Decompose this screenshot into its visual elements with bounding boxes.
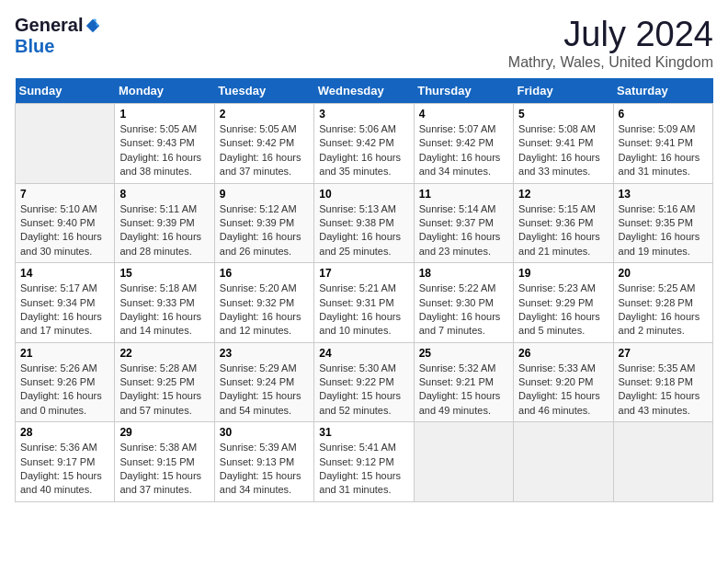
- header-wednesday: Wednesday: [314, 78, 414, 104]
- day-number: 22: [119, 347, 209, 360]
- logo-icon: [85, 17, 101, 34]
- cell-info: Sunrise: 5:09 AM Sunset: 9:41 PM Dayligh…: [619, 122, 708, 179]
- calendar-header: SundayMondayTuesdayWednesdayThursdayFrid…: [16, 78, 713, 104]
- main-title: July 2024: [508, 15, 713, 54]
- day-cell: 25Sunrise: 5:32 AM Sunset: 9:21 PM Dayli…: [414, 342, 513, 422]
- day-number: 23: [220, 347, 309, 360]
- header-tuesday: Tuesday: [214, 78, 313, 104]
- cell-info: Sunrise: 5:12 AM Sunset: 9:39 PM Dayligh…: [220, 202, 309, 259]
- day-number: 20: [619, 267, 708, 280]
- cell-info: Sunrise: 5:21 AM Sunset: 9:31 PM Dayligh…: [319, 282, 408, 339]
- cell-info: Sunrise: 5:08 AM Sunset: 9:41 PM Dayligh…: [518, 122, 608, 179]
- cell-info: Sunrise: 5:23 AM Sunset: 9:29 PM Dayligh…: [518, 282, 608, 339]
- day-cell: 29Sunrise: 5:38 AM Sunset: 9:15 PM Dayli…: [115, 422, 214, 502]
- week-row-3: 21Sunrise: 5:26 AM Sunset: 9:26 PM Dayli…: [16, 342, 713, 422]
- header-thursday: Thursday: [414, 78, 513, 104]
- cell-info: Sunrise: 5:06 AM Sunset: 9:42 PM Dayligh…: [319, 122, 408, 179]
- day-number: 30: [220, 426, 309, 439]
- header-sunday: Sunday: [16, 78, 115, 104]
- calendar-body: 1Sunrise: 5:05 AM Sunset: 9:43 PM Daylig…: [16, 104, 713, 502]
- day-cell: 8Sunrise: 5:11 AM Sunset: 9:39 PM Daylig…: [115, 183, 214, 263]
- day-number: 12: [518, 188, 608, 201]
- day-number: 2: [220, 108, 309, 121]
- day-number: 4: [419, 108, 508, 121]
- day-number: 18: [419, 267, 508, 280]
- cell-info: Sunrise: 5:15 AM Sunset: 9:36 PM Dayligh…: [518, 202, 608, 259]
- day-cell: 5Sunrise: 5:08 AM Sunset: 9:41 PM Daylig…: [514, 104, 613, 184]
- day-cell: 11Sunrise: 5:14 AM Sunset: 9:37 PM Dayli…: [414, 183, 513, 263]
- day-number: 27: [619, 347, 708, 360]
- day-cell: 26Sunrise: 5:33 AM Sunset: 9:20 PM Dayli…: [514, 342, 613, 422]
- day-cell: 9Sunrise: 5:12 AM Sunset: 9:39 PM Daylig…: [214, 183, 313, 263]
- day-cell: 17Sunrise: 5:21 AM Sunset: 9:31 PM Dayli…: [314, 263, 414, 343]
- day-number: 29: [119, 426, 209, 439]
- cell-info: Sunrise: 5:38 AM Sunset: 9:15 PM Dayligh…: [119, 441, 209, 498]
- page-header: General Blue July 2024 Mathry, Wales, Un…: [15, 15, 713, 71]
- day-cell: 10Sunrise: 5:13 AM Sunset: 9:38 PM Dayli…: [314, 183, 414, 263]
- header-row: SundayMondayTuesdayWednesdayThursdayFrid…: [16, 78, 713, 104]
- day-cell: 31Sunrise: 5:41 AM Sunset: 9:12 PM Dayli…: [314, 422, 414, 502]
- cell-info: Sunrise: 5:32 AM Sunset: 9:21 PM Dayligh…: [419, 362, 508, 419]
- day-number: 10: [319, 188, 408, 201]
- day-number: 26: [518, 347, 608, 360]
- header-saturday: Saturday: [613, 78, 712, 104]
- title-section: July 2024 Mathry, Wales, United Kingdom: [508, 15, 713, 71]
- day-cell: [414, 422, 513, 502]
- cell-info: Sunrise: 5:05 AM Sunset: 9:43 PM Dayligh…: [119, 122, 209, 179]
- week-row-2: 14Sunrise: 5:17 AM Sunset: 9:34 PM Dayli…: [16, 263, 713, 343]
- day-cell: 28Sunrise: 5:36 AM Sunset: 9:17 PM Dayli…: [16, 422, 115, 502]
- logo-general: General: [15, 15, 83, 36]
- cell-info: Sunrise: 5:39 AM Sunset: 9:13 PM Dayligh…: [220, 441, 309, 498]
- day-cell: 27Sunrise: 5:35 AM Sunset: 9:18 PM Dayli…: [613, 342, 712, 422]
- logo-blue: Blue: [15, 36, 54, 57]
- day-cell: 12Sunrise: 5:15 AM Sunset: 9:36 PM Dayli…: [514, 183, 613, 263]
- day-number: 9: [220, 188, 309, 201]
- day-cell: [514, 422, 613, 502]
- day-cell: 18Sunrise: 5:22 AM Sunset: 9:30 PM Dayli…: [414, 263, 513, 343]
- week-row-0: 1Sunrise: 5:05 AM Sunset: 9:43 PM Daylig…: [16, 104, 713, 184]
- cell-info: Sunrise: 5:28 AM Sunset: 9:25 PM Dayligh…: [119, 362, 209, 419]
- day-cell: 30Sunrise: 5:39 AM Sunset: 9:13 PM Dayli…: [214, 422, 313, 502]
- cell-info: Sunrise: 5:41 AM Sunset: 9:12 PM Dayligh…: [319, 441, 408, 498]
- day-cell: 21Sunrise: 5:26 AM Sunset: 9:26 PM Dayli…: [16, 342, 115, 422]
- day-cell: 14Sunrise: 5:17 AM Sunset: 9:34 PM Dayli…: [16, 263, 115, 343]
- day-number: 28: [20, 426, 109, 439]
- cell-info: Sunrise: 5:13 AM Sunset: 9:38 PM Dayligh…: [319, 202, 408, 259]
- day-number: 1: [119, 108, 209, 121]
- cell-info: Sunrise: 5:18 AM Sunset: 9:33 PM Dayligh…: [119, 282, 209, 339]
- day-cell: 3Sunrise: 5:06 AM Sunset: 9:42 PM Daylig…: [314, 104, 414, 184]
- day-cell: 22Sunrise: 5:28 AM Sunset: 9:25 PM Dayli…: [115, 342, 214, 422]
- cell-info: Sunrise: 5:33 AM Sunset: 9:20 PM Dayligh…: [518, 362, 608, 419]
- cell-info: Sunrise: 5:17 AM Sunset: 9:34 PM Dayligh…: [20, 282, 109, 339]
- day-cell: [613, 422, 712, 502]
- day-cell: 1Sunrise: 5:05 AM Sunset: 9:43 PM Daylig…: [115, 104, 214, 184]
- day-cell: 15Sunrise: 5:18 AM Sunset: 9:33 PM Dayli…: [115, 263, 214, 343]
- day-cell: 7Sunrise: 5:10 AM Sunset: 9:40 PM Daylig…: [16, 183, 115, 263]
- day-number: 3: [319, 108, 408, 121]
- cell-info: Sunrise: 5:14 AM Sunset: 9:37 PM Dayligh…: [419, 202, 508, 259]
- cell-info: Sunrise: 5:11 AM Sunset: 9:39 PM Dayligh…: [119, 202, 209, 259]
- day-number: 7: [20, 188, 109, 201]
- day-number: 6: [619, 108, 708, 121]
- day-number: 25: [419, 347, 508, 360]
- day-number: 15: [119, 267, 209, 280]
- day-number: 31: [319, 426, 408, 439]
- day-cell: 4Sunrise: 5:07 AM Sunset: 9:42 PM Daylig…: [414, 104, 513, 184]
- calendar-table: SundayMondayTuesdayWednesdayThursdayFrid…: [15, 78, 713, 502]
- day-number: 14: [20, 267, 109, 280]
- day-number: 19: [518, 267, 608, 280]
- cell-info: Sunrise: 5:26 AM Sunset: 9:26 PM Dayligh…: [20, 362, 109, 419]
- subtitle: Mathry, Wales, United Kingdom: [508, 54, 713, 71]
- day-cell: 2Sunrise: 5:05 AM Sunset: 9:42 PM Daylig…: [214, 104, 313, 184]
- cell-info: Sunrise: 5:10 AM Sunset: 9:40 PM Dayligh…: [20, 202, 109, 259]
- day-number: 21: [20, 347, 109, 360]
- day-cell: 19Sunrise: 5:23 AM Sunset: 9:29 PM Dayli…: [514, 263, 613, 343]
- cell-info: Sunrise: 5:35 AM Sunset: 9:18 PM Dayligh…: [619, 362, 708, 419]
- cell-info: Sunrise: 5:25 AM Sunset: 9:28 PM Dayligh…: [619, 282, 708, 339]
- day-cell: 13Sunrise: 5:16 AM Sunset: 9:35 PM Dayli…: [613, 183, 712, 263]
- day-cell: [16, 104, 115, 184]
- cell-info: Sunrise: 5:05 AM Sunset: 9:42 PM Dayligh…: [220, 122, 309, 179]
- day-number: 5: [518, 108, 608, 121]
- cell-info: Sunrise: 5:07 AM Sunset: 9:42 PM Dayligh…: [419, 122, 508, 179]
- day-number: 13: [619, 188, 708, 201]
